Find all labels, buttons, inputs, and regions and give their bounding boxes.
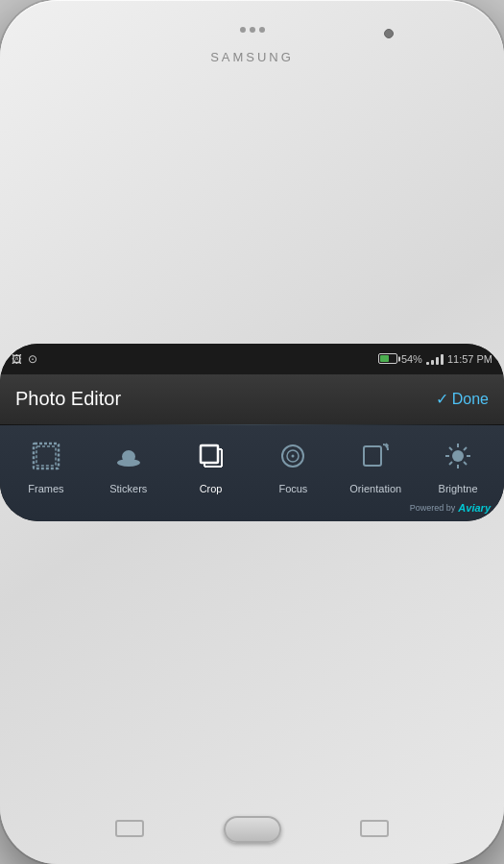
crop-icon <box>190 435 232 477</box>
frames-icon <box>25 435 67 477</box>
toolbar-item-brightness[interactable]: Brightne <box>417 435 499 494</box>
checkmark-icon: ✓ <box>436 390 448 408</box>
svg-rect-1 <box>36 446 56 466</box>
phone-device: 🖼 ⊙ 54% 11:57 PM <box>0 0 504 864</box>
nav-back-button[interactable] <box>115 820 144 837</box>
time-display: 11:57 PM <box>447 353 492 365</box>
svg-point-10 <box>292 454 295 457</box>
status-left-icons: 🖼 ⊙ <box>12 352 37 366</box>
stickers-icon <box>108 435 150 477</box>
toolbar-item-crop[interactable]: Crop <box>170 435 252 494</box>
powered-by: Powered by Aviary <box>410 502 491 514</box>
svg-line-21 <box>449 462 452 465</box>
app-title: Photo Editor <box>15 388 121 410</box>
battery-indicator <box>378 353 397 364</box>
toolbar-items: Frames Stickers <box>0 435 504 494</box>
speaker <box>240 27 265 33</box>
brightness-label: Brightne <box>439 483 478 494</box>
signal-bars <box>426 353 444 365</box>
toolbar-item-stickers[interactable]: Stickers <box>87 435 170 494</box>
camera-icon: ⊙ <box>28 352 37 366</box>
svg-line-20 <box>464 447 467 450</box>
svg-rect-12 <box>364 446 381 466</box>
focus-icon <box>272 435 314 477</box>
svg-line-19 <box>464 462 467 465</box>
stickers-label: Stickers <box>109 483 147 494</box>
svg-rect-3 <box>122 450 135 463</box>
status-bar: 🖼 ⊙ 54% 11:57 PM <box>0 344 504 374</box>
orientation-label: Orientation <box>349 483 401 494</box>
svg-point-13 <box>452 450 464 462</box>
focus-label: Focus <box>278 483 307 494</box>
toolbar-item-focus[interactable]: Focus <box>252 435 334 494</box>
done-label: Done <box>452 391 489 408</box>
aviary-brand: Aviary <box>458 502 491 514</box>
screen: 🖼 ⊙ 54% 11:57 PM <box>0 344 504 521</box>
toolbar-item-frames[interactable]: Frames <box>5 435 87 494</box>
home-button[interactable] <box>224 816 281 843</box>
orientation-icon <box>354 435 396 477</box>
toolbar: Frames Stickers <box>0 425 504 521</box>
crop-label: Crop <box>200 483 223 494</box>
svg-line-18 <box>449 447 452 450</box>
brightness-icon <box>437 435 479 477</box>
svg-rect-4 <box>201 445 218 463</box>
front-camera <box>384 29 394 38</box>
nav-menu-button[interactable] <box>360 820 389 837</box>
frames-label: Frames <box>28 483 63 494</box>
done-button[interactable]: ✓ Done <box>436 390 489 408</box>
powered-by-label: Powered by <box>410 503 456 513</box>
svg-rect-0 <box>34 444 59 468</box>
photo-notification-icon: 🖼 <box>12 353 22 365</box>
battery-percent: 54% <box>401 353 422 365</box>
toolbar-item-orientation[interactable]: Orientation <box>334 435 417 494</box>
app-bar: Photo Editor ✓ Done <box>0 374 504 424</box>
status-right-icons: 54% 11:57 PM <box>378 353 492 365</box>
